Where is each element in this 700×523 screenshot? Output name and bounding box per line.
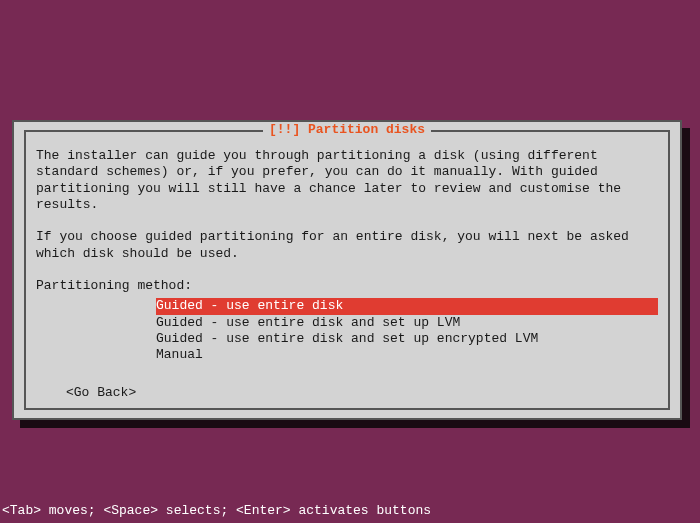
dialog-paragraph-2: If you choose guided partitioning for an… xyxy=(36,229,658,262)
partition-dialog: [!!] Partition disks The installer can g… xyxy=(12,120,682,420)
dialog-frame: [!!] Partition disks The installer can g… xyxy=(24,130,670,410)
dialog-title-wrap: [!!] Partition disks xyxy=(26,122,668,138)
option-manual[interactable]: Manual xyxy=(156,347,658,363)
dialog-prompt: Partitioning method: xyxy=(36,278,658,294)
option-guided-lvm[interactable]: Guided - use entire disk and set up LVM xyxy=(156,315,658,331)
dialog-title: [!!] Partition disks xyxy=(263,122,431,137)
option-label: Guided - use entire disk and set up LVM xyxy=(156,315,460,330)
help-footer: <Tab> moves; <Space> selects; <Enter> ac… xyxy=(2,503,431,519)
option-label: Guided - use entire disk and set up encr… xyxy=(156,331,538,346)
option-label: Guided - use entire disk xyxy=(156,298,343,313)
go-back-button[interactable]: <Go Back> xyxy=(66,385,658,401)
option-guided-entire-disk[interactable]: Guided - use entire disk xyxy=(156,298,658,314)
option-label: Manual xyxy=(156,347,203,362)
dialog-paragraph-1: The installer can guide you through part… xyxy=(36,148,658,213)
option-guided-encrypted-lvm[interactable]: Guided - use entire disk and set up encr… xyxy=(156,331,658,347)
partition-options: Guided - use entire disk Guided - use en… xyxy=(156,298,658,363)
